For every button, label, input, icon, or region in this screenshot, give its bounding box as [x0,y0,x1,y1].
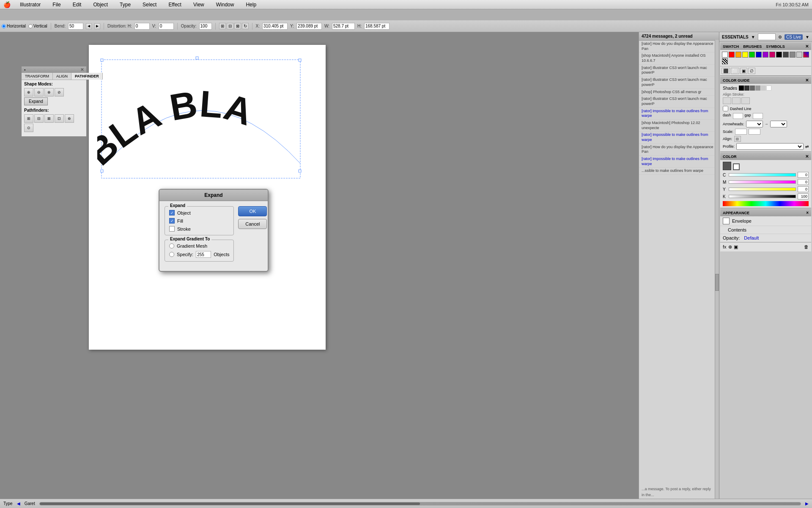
swatch-black[interactable] [776,52,782,58]
y-value[interactable] [798,186,809,192]
menu-effect[interactable]: Effect [166,1,184,8]
gap-input[interactable] [753,113,763,119]
apple-menu[interactable]: 🍎 [3,1,11,8]
swatch-blue[interactable] [756,52,762,58]
stroke-outside-btn[interactable] [741,97,750,104]
align-option[interactable]: ⊡ [734,136,741,142]
object-checkbox[interactable] [169,210,175,215]
crop-btn[interactable]: ⊡ [55,114,64,123]
c-value[interactable] [798,172,809,178]
distortion-v-input[interactable] [159,23,174,30]
intersect-btn[interactable]: ⊗ [44,88,54,97]
swatch-white[interactable] [722,52,728,58]
y-input[interactable] [296,23,322,30]
symbols-tab[interactable]: SYMBOLS [766,44,785,49]
profile-flip[interactable]: ⇄ [805,144,809,149]
tab-transform[interactable]: TRANSFORM [22,73,53,80]
arrow-right[interactable]: ▶ [805,501,809,506]
menu-type[interactable]: Type [117,1,133,8]
swatch-orange[interactable] [735,52,741,58]
m-slider[interactable] [729,180,796,184]
shade-4[interactable] [755,86,760,91]
swatch-lightgray[interactable] [796,52,802,58]
essentials-dropdown[interactable]: ▼ [751,35,755,39]
shade-5[interactable] [761,86,766,91]
swatch-yellow[interactable] [742,52,748,58]
h-input[interactable] [364,23,390,30]
menu-file[interactable]: File [50,1,63,8]
swatch-stroke-icon[interactable]: ⬜ [731,68,739,74]
add-new-stroke-icon[interactable]: ⊕ [728,244,732,250]
dashed-line-checkbox[interactable] [723,106,728,111]
specify-radio[interactable] [169,252,174,257]
stroke-center-btn[interactable] [732,97,741,104]
menu-window[interactable]: Window [214,1,237,8]
swatch-purple[interactable] [763,52,768,58]
stroke-inside-btn[interactable] [723,97,731,104]
menu-help[interactable]: Help [243,1,259,8]
w-input[interactable] [332,23,355,30]
delete-item-icon[interactable]: 🗑 [804,244,809,250]
profile-select[interactable] [736,143,804,150]
exclude-btn[interactable]: ⊘ [55,88,64,97]
distortion-h-input[interactable] [134,23,150,30]
merge-btn[interactable]: ⊠ [44,114,54,123]
cancel-button[interactable]: Cancel [238,219,267,229]
expand-button[interactable]: Expand [24,97,48,105]
fill-color-box[interactable] [723,162,731,170]
appearance-panel-close[interactable]: × [806,210,809,215]
x-input[interactable] [262,23,288,30]
brushes-tab[interactable]: BRUSHES [743,44,762,49]
bend-decrement[interactable]: ◀ [86,23,92,29]
arrow-left[interactable]: ◀ [17,501,20,506]
horizontal-radio[interactable]: Horizontal [2,24,26,28]
k-slider[interactable] [729,195,796,198]
opacity-value-appearance[interactable]: Default [744,235,759,240]
m-value[interactable] [798,179,809,185]
swatch-darkgray[interactable] [783,52,789,58]
panel-close-btn[interactable]: ✕ [80,67,84,72]
swatch-green[interactable] [749,52,755,58]
align-left-icon[interactable]: ⊞ [219,23,226,29]
ok-button[interactable]: OK [238,206,267,216]
scale-input2[interactable] [749,129,760,135]
bend-input[interactable] [68,23,83,30]
chat-scrollbar-thumb[interactable] [715,274,719,291]
arrowhead-end[interactable] [770,121,787,127]
minus-back-btn[interactable]: ⊙ [24,124,33,132]
shade-3[interactable] [750,86,755,91]
swatch-pink[interactable] [769,52,775,58]
menu-illustrator[interactable]: Illustrator [17,1,43,8]
tab-pathfinder[interactable]: PATHFINDER [71,73,103,80]
c-slider[interactable] [729,173,796,177]
cs-live-dropdown[interactable]: ▼ [805,35,809,39]
swatch-gradient[interactable] [803,52,809,58]
color-panel-close[interactable]: ✕ [805,154,809,159]
swatch-panel-close[interactable]: ✕ [805,44,809,49]
menu-select[interactable]: Select [140,1,159,8]
swatch-pattern[interactable] [722,58,728,64]
swatch-gray[interactable] [790,52,796,58]
stroke-color-box[interactable] [733,163,740,170]
distribute-icon[interactable]: ⊟ [227,23,233,29]
gradient-mesh-radio[interactable] [169,243,174,248]
bridge-icon[interactable]: ⚙ [778,35,782,39]
menu-view[interactable]: View [191,1,207,8]
menu-object[interactable]: Object [91,1,110,8]
swatch-gradient-icon[interactable]: ▣ [740,68,747,74]
outline-btn[interactable]: ⊛ [65,114,74,123]
scale-input[interactable] [735,129,747,135]
opacity-input[interactable] [199,23,212,30]
color-spectrum[interactable] [723,201,809,206]
shade-1[interactable] [739,86,744,91]
add-new-fill-icon[interactable]: ▣ [734,244,738,250]
add-effect-icon[interactable]: fx [723,244,727,250]
chat-scrollbar[interactable] [715,40,719,508]
minus-btn[interactable]: ⊖ [34,88,44,97]
stroke-checkbox[interactable] [169,226,175,232]
swatch-tab[interactable]: SWATCH [723,44,739,49]
dash-input[interactable] [733,113,743,119]
shade-2[interactable] [744,86,749,91]
scale-icon[interactable]: ⊠ [234,23,241,29]
menu-edit[interactable]: Edit [70,1,84,8]
